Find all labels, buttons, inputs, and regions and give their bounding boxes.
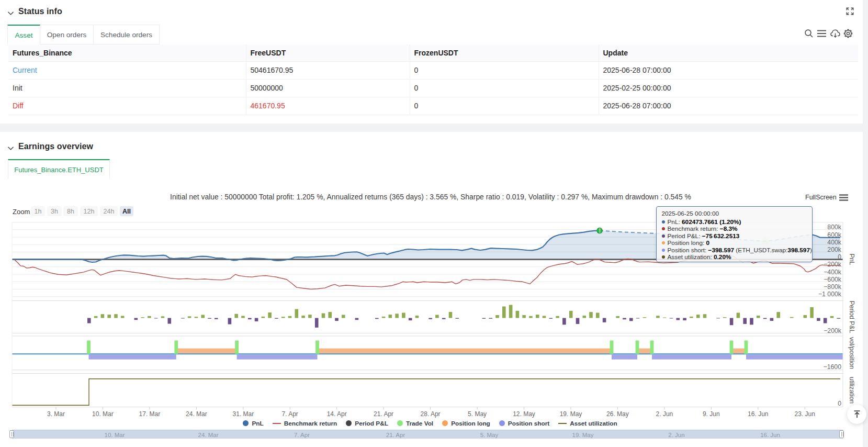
svg-text:23. Jun: 23. Jun [795,410,815,418]
svg-text:utilization: utilization [848,377,855,404]
svg-text:−1600: −1600 [823,363,841,371]
svg-text:26. May: 26. May [606,410,629,418]
svg-text:−600k: −600k [824,276,842,283]
svg-text:−200k: −200k [824,327,842,334]
svg-text:0: 0 [838,253,841,261]
svg-text:−400k: −400k [824,269,842,276]
svg-text:19. May: 19. May [560,410,582,418]
svg-text:14. Apr: 14. Apr [327,410,347,418]
svg-text:17. Mar: 17. Mar [139,410,161,418]
svg-text:2. Jun: 2. Jun [656,410,673,418]
svg-text:800k: 800k [827,224,842,231]
svg-text:vol/position: vol/position [848,337,855,370]
svg-text:0: 0 [838,400,841,407]
svg-text:200k: 200k [827,246,842,253]
svg-text:28. Apr: 28. Apr [421,410,441,418]
svg-text:16. Jun: 16. Jun [748,410,768,418]
svg-text:21. Apr: 21. Apr [374,410,393,418]
svg-text:400k: 400k [827,239,842,246]
svg-text:600k: 600k [827,231,842,239]
svg-text:3. Mar: 3. Mar [47,410,65,418]
svg-text:−200k: −200k [824,261,842,268]
svg-text:31. Mar: 31. Mar [232,410,254,418]
svg-text:Period P&L: Period P&L [848,300,855,333]
svg-text:−800k: −800k [824,283,842,290]
svg-text:PnL: PnL [848,254,855,265]
svg-text:5. May: 5. May [468,410,487,418]
svg-text:12. May: 12. May [513,410,535,418]
svg-text:7. Apr: 7. Apr [282,410,298,418]
svg-text:9. Jun: 9. Jun [703,410,720,418]
svg-text:10. Mar: 10. Mar [92,410,114,418]
svg-text:24. Mar: 24. Mar [186,410,207,418]
svg-text:−1 000k: −1 000k [818,290,842,298]
